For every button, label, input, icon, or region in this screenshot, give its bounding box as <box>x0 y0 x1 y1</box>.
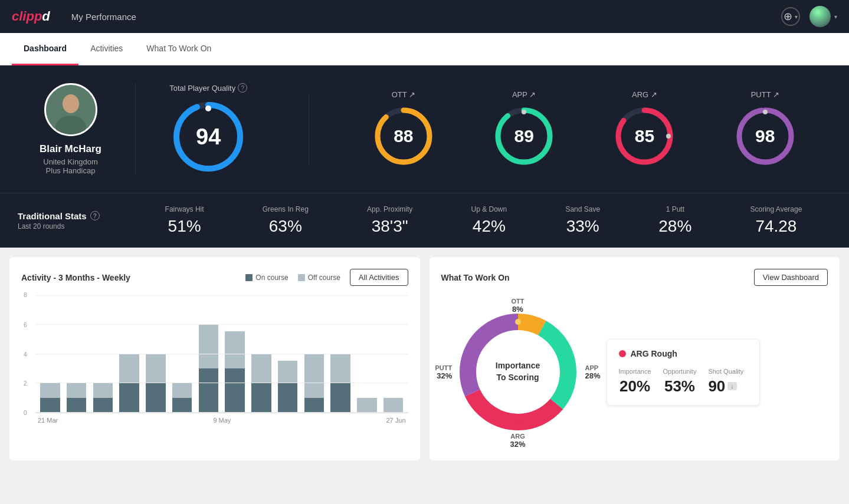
x-label-may: 9 May <box>213 417 231 424</box>
svg-point-22 <box>515 319 521 325</box>
stat-scoring-label: Scoring Average <box>750 205 802 213</box>
bar-group <box>38 383 63 413</box>
player-handicap: Plus Handicap <box>46 166 96 175</box>
bar-group <box>170 383 195 413</box>
donut-label-putt: PUTT 32% <box>435 364 453 380</box>
all-activities-button[interactable]: All Activities <box>350 269 408 286</box>
wtwo-header: What To Work On View Dashboard <box>441 269 828 286</box>
stat-greens-label: Greens In Reg <box>263 205 309 213</box>
app-value: 89 <box>514 126 533 146</box>
x-label-mar: 21 Mar <box>38 417 58 424</box>
detail-shot-quality: Shot Quality 90 ↓ <box>708 368 743 396</box>
stat-proximity-label: App. Proximity <box>367 205 412 213</box>
app-logo: clippd <box>12 9 50 24</box>
svg-point-13 <box>666 134 671 139</box>
ott-label: OTT ↗ <box>392 90 415 99</box>
donut-center-text: Importance To Scoring <box>496 360 540 383</box>
tab-dashboard[interactable]: Dashboard <box>12 33 78 65</box>
stat-greens-value: 63% <box>263 217 309 236</box>
donut-label-app: APP 28% <box>585 364 600 380</box>
scores-section: Total Player Quality ? 94 OTT ↗ <box>136 83 831 175</box>
detail-dot-icon <box>619 350 626 357</box>
svg-point-23 <box>565 369 571 375</box>
app-label: APP ↗ <box>512 90 536 99</box>
off-course-dot <box>298 274 305 281</box>
detail-opportunity: Opportunity 53% <box>663 368 697 396</box>
svg-point-1 <box>63 94 79 113</box>
stat-fairways-label: Fairways Hit <box>165 205 204 213</box>
nav-title: My Performance <box>71 12 136 22</box>
wtwo-card: What To Work On View Dashboard <box>430 257 840 460</box>
player-info: Blair McHarg United Kingdom Plus Handica… <box>18 83 136 175</box>
stats-help-icon[interactable]: ? <box>90 211 100 220</box>
bar-group <box>222 331 247 413</box>
stat-scoring-value: 74.28 <box>750 217 802 236</box>
bottom-section: Activity - 3 Months - Weekly On course O… <box>0 248 849 470</box>
y-grid-2: 2 <box>35 383 408 383</box>
detail-title: ARG Rough <box>619 349 748 358</box>
stat-proximity: App. Proximity 38'3" <box>367 205 412 236</box>
arg-label: ARG ↗ <box>632 90 657 99</box>
y-grid-0: 0 <box>35 412 408 413</box>
chevron-down-icon: ▾ <box>795 14 798 20</box>
add-button[interactable]: ⊕ ▾ <box>781 7 800 26</box>
donut-chart: Importance To Scoring OTT 8% APP 28% ARG… <box>441 295 595 449</box>
donut-label-arg: ARG 32% <box>510 433 525 449</box>
user-avatar-button[interactable]: ▾ <box>809 6 837 27</box>
bar-group <box>91 383 116 413</box>
chart-header: Activity - 3 Months - Weekly On course O… <box>21 269 408 286</box>
stat-proximity-value: 38'3" <box>367 217 412 236</box>
chart-area: 0 2 4 6 8 <box>21 295 408 425</box>
stats-items: Fairways Hit 51% Greens In Reg 63% App. … <box>136 205 831 236</box>
svg-point-5 <box>205 106 211 111</box>
detail-importance: Importance 20% <box>619 368 651 396</box>
stat-fairways: Fairways Hit 51% <box>165 205 204 236</box>
divider <box>309 94 309 164</box>
svg-point-16 <box>763 110 768 114</box>
on-course-dot <box>245 274 253 281</box>
donut-label-ott: OTT 8% <box>512 298 525 314</box>
top-nav: clippd My Performance ⊕ ▾ ▾ <box>0 0 849 33</box>
bar-group <box>64 383 89 413</box>
tabs-bar: Dashboard Activities What To Work On <box>0 33 849 65</box>
chevron-down-icon: ▾ <box>834 14 837 20</box>
stat-updown-value: 42% <box>471 217 507 236</box>
stat-updown: Up & Down 42% <box>471 205 507 236</box>
x-label-jun: 27 Jun <box>386 417 405 424</box>
y-grid-6: 6 <box>35 324 408 325</box>
quality-help-icon[interactable]: ? <box>238 83 247 93</box>
bar-group <box>196 324 221 413</box>
legend-off-course: Off course <box>298 274 340 282</box>
quality-label: Total Player Quality ? <box>169 83 247 93</box>
view-dashboard-button[interactable]: View Dashboard <box>754 269 828 286</box>
svg-point-24 <box>515 419 521 425</box>
stat-sandsave-value: 33% <box>565 217 600 236</box>
total-score-circle: 94 <box>170 98 247 175</box>
hero-section: Blair McHarg United Kingdom Plus Handica… <box>0 65 849 193</box>
ott-value: 88 <box>394 126 413 146</box>
wtwo-title: What To Work On <box>441 273 510 282</box>
avatar <box>809 6 831 27</box>
stat-sandsave-label: Sand Save <box>565 205 600 213</box>
tab-what-to-work-on[interactable]: What To Work On <box>135 33 223 65</box>
tab-activities[interactable]: Activities <box>78 33 135 65</box>
x-labels: 21 Mar 9 May 27 Jun <box>35 417 408 424</box>
ott-score: OTT ↗ 88 <box>371 90 436 169</box>
stats-label-block: Traditional Stats ? Last 20 rounds <box>18 211 136 230</box>
arg-value: 85 <box>635 126 654 146</box>
nav-right: ⊕ ▾ ▾ <box>781 6 837 27</box>
chart-title: Activity - 3 Months - Weekly <box>21 273 130 282</box>
avatar-svg <box>46 85 96 134</box>
activity-chart-card: Activity - 3 Months - Weekly On course O… <box>9 257 420 460</box>
total-score-value: 94 <box>196 124 221 150</box>
stat-updown-label: Up & Down <box>471 205 507 213</box>
wtwo-content: Importance To Scoring OTT 8% APP 28% ARG… <box>441 295 828 449</box>
plus-icon: ⊕ <box>784 10 792 23</box>
stats-sub-label: Last 20 rounds <box>18 222 136 230</box>
legend-on-course: On course <box>245 274 288 282</box>
player-name: Blair McHarg <box>40 143 101 155</box>
stat-oneputt-value: 28% <box>658 217 691 236</box>
detail-card: ARG Rough Importance 20% Opportunity 53%… <box>607 339 760 406</box>
shot-quality-badge: ↓ <box>727 382 737 390</box>
stat-greens: Greens In Reg 63% <box>263 205 309 236</box>
